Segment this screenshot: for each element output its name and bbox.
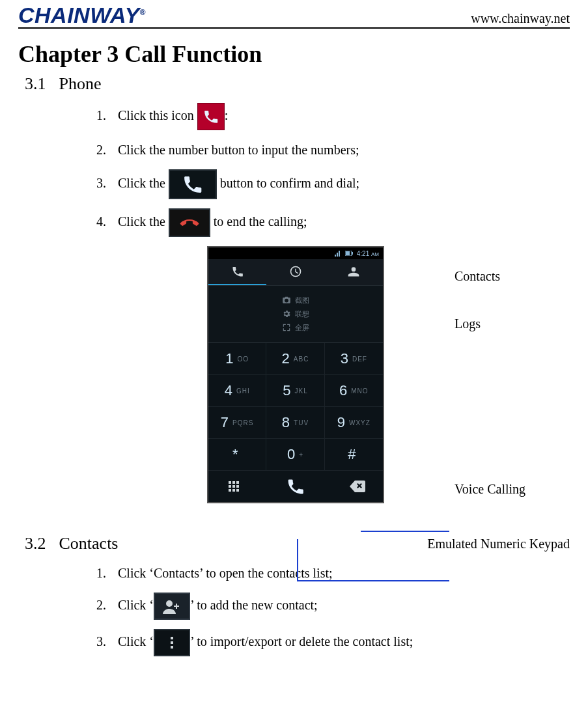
- add-contact-icon: [154, 593, 190, 620]
- keypad-toggle-button[interactable]: [208, 471, 260, 502]
- svg-rect-7: [232, 485, 235, 488]
- svg-rect-11: [236, 489, 239, 492]
- svg-rect-4: [232, 481, 235, 484]
- brand-logo: CHAINWAY®: [18, 4, 146, 26]
- svg-rect-3: [229, 481, 231, 484]
- dial-button-icon: [169, 169, 217, 199]
- hangup-button-icon: [169, 208, 210, 237]
- phone-keypad: 1OO 2ABC 3DEF 4GHI 5JKL 6MNO 7PQRS 8TUV …: [208, 342, 383, 470]
- key-8[interactable]: 8TUV: [266, 406, 324, 438]
- phone-handset-icon: [231, 265, 244, 278]
- key-1[interactable]: 1OO: [208, 342, 266, 374]
- step-3-1-1: 1. Click this icon :: [96, 103, 570, 130]
- dialpad-icon: [227, 480, 240, 493]
- gear-icon: [282, 309, 291, 318]
- site-url: www.chainway.net: [471, 11, 570, 26]
- backspace-button[interactable]: [331, 471, 383, 502]
- tab-contacts[interactable]: [325, 259, 383, 285]
- phone-clock: 4:21 AM: [357, 250, 379, 257]
- backspace-icon: [350, 481, 365, 492]
- key-7[interactable]: 7PQRS: [208, 406, 266, 438]
- phone-screenshot: 4:21 AM 截图 联想 全屏 1OO 2ABC: [207, 246, 384, 503]
- svg-rect-8: [236, 485, 239, 488]
- section-3-1-steps: 1. Click this icon : 2. Click the number…: [96, 103, 570, 237]
- key-9[interactable]: 9WXYZ: [325, 406, 383, 438]
- key-6[interactable]: 6MNO: [325, 374, 383, 406]
- page-header: CHAINWAY® www.chainway.net: [18, 4, 570, 29]
- svg-rect-5: [236, 481, 239, 484]
- callout-logs: Logs: [455, 316, 481, 331]
- phone-app-icon: [197, 103, 225, 130]
- callout-keypad: Emulated Numeric Keypad: [427, 537, 570, 551]
- svg-rect-6: [229, 485, 231, 488]
- section-3-2-steps: 1. Click ‘Contacts’ to open the contacts…: [96, 563, 570, 656]
- callout-voice: Voice Calling: [455, 482, 525, 497]
- key-0[interactable]: 0+: [266, 438, 324, 470]
- expand-icon: [282, 323, 291, 332]
- svg-point-12: [166, 600, 173, 607]
- svg-rect-10: [232, 489, 235, 492]
- key-5[interactable]: 5JKL: [266, 374, 324, 406]
- callout-contacts: Contacts: [455, 269, 500, 284]
- step-3-2-2: 2. Click ‘ ’ to add the new contact;: [96, 593, 570, 620]
- call-button[interactable]: [260, 471, 331, 502]
- call-icon: [286, 477, 305, 496]
- phone-tabs: [208, 259, 383, 285]
- section-3-1-heading: 3.1 Phone: [25, 74, 570, 94]
- step-3-1-4: 4. Click the to end the calling;: [96, 208, 570, 237]
- tab-logs[interactable]: [266, 259, 324, 285]
- section-3-2-heading: 3.2 Contacts: [25, 534, 119, 553]
- phone-number-display: 截图 联想 全屏: [208, 285, 383, 342]
- svg-rect-9: [229, 489, 231, 492]
- chapter-title: Chapter 3 Call Function: [18, 40, 570, 68]
- key-star[interactable]: *: [208, 438, 266, 470]
- camera-icon: [282, 296, 291, 305]
- svg-rect-14: [174, 606, 179, 607]
- clock-icon: [289, 265, 302, 278]
- step-3-1-3: 3. Click the button to confirm and dial;: [96, 169, 570, 199]
- overflow-menu-icon: [154, 629, 190, 656]
- step-3-1-2: 2. Click the number button to input the …: [96, 139, 570, 160]
- svg-rect-1: [346, 251, 350, 255]
- phone-screenshot-area: 4:21 AM 截图 联想 全屏 1OO 2ABC: [207, 246, 570, 516]
- phone-action-bar: [208, 470, 383, 502]
- battery-icon: [345, 251, 353, 256]
- key-3[interactable]: 3DEF: [325, 342, 383, 374]
- svg-rect-2: [352, 252, 353, 255]
- key-4[interactable]: 4GHI: [208, 374, 266, 406]
- phone-status-bar: 4:21 AM: [208, 247, 383, 259]
- step-3-2-3: 3. Click ‘ ’ to import/export or delete …: [96, 629, 570, 656]
- tab-dialer[interactable]: [208, 259, 266, 285]
- key-2[interactable]: 2ABC: [266, 342, 324, 374]
- key-hash[interactable]: #: [325, 438, 383, 470]
- signal-icon: [335, 250, 341, 257]
- contact-icon: [347, 265, 360, 278]
